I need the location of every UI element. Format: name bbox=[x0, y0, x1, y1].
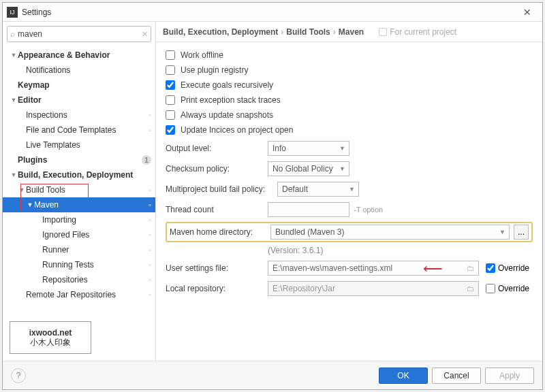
help-button[interactable]: ? bbox=[11, 368, 26, 383]
ok-button[interactable]: OK bbox=[379, 368, 428, 384]
tree-file-code-templates[interactable]: File and Code Templates▫ bbox=[3, 122, 155, 137]
tree-label: Keymap bbox=[18, 80, 50, 90]
label-print-exception: Print exception stack traces bbox=[181, 95, 281, 105]
logo-line2: 小木人印象 bbox=[29, 338, 72, 347]
select-output-level[interactable]: Info▼ bbox=[268, 141, 349, 156]
tree-importing[interactable]: Importing▫ bbox=[3, 212, 155, 227]
tree-running-tests[interactable]: Running Tests▫ bbox=[3, 257, 155, 272]
tree-remote-jar[interactable]: Remote Jar Repositories▫ bbox=[3, 287, 155, 302]
tree-notifications[interactable]: Notifications bbox=[3, 63, 155, 78]
override-local-repo: Override bbox=[486, 284, 529, 293]
checkbox-override-local-repo[interactable] bbox=[486, 284, 495, 293]
checkbox-use-plugin-registry[interactable] bbox=[166, 65, 175, 75]
label-update-indices: Update Incices on project open bbox=[181, 125, 293, 135]
tree-build-tools[interactable]: ▼Build Tools▫ bbox=[3, 182, 155, 197]
tree-label: Appearance & Behavior bbox=[18, 50, 110, 60]
row-checksum: Checksum policy: No Global Policy▼ bbox=[166, 159, 533, 178]
close-button[interactable]: ✕ bbox=[516, 7, 538, 18]
plugins-badge: 1 bbox=[142, 155, 151, 165]
browse-maven-home-button[interactable]: ... bbox=[514, 225, 529, 240]
apply-button[interactable]: Apply bbox=[485, 368, 534, 384]
project-marker-icon: ▫ bbox=[149, 261, 151, 269]
input-user-settings[interactable]: E:\maven-ws\maven-settings.xml🗀 bbox=[268, 261, 479, 276]
tree-label: Remote Jar Repositories bbox=[26, 290, 116, 299]
label-output-level: Output level: bbox=[166, 144, 268, 153]
project-marker-icon: ▫ bbox=[149, 186, 151, 194]
tree-inspections[interactable]: Inspections▫ bbox=[3, 108, 155, 122]
tree-runner[interactable]: Runner▫ bbox=[3, 242, 155, 257]
tree-label: Maven bbox=[34, 200, 59, 210]
logo-image: ixwood.net 小木人印象 bbox=[10, 321, 91, 354]
search-box[interactable]: ⌕ ✕ bbox=[7, 26, 151, 42]
cancel-button[interactable]: Cancel bbox=[432, 368, 481, 384]
tree-ignored-files[interactable]: Ignored Files▫ bbox=[3, 227, 155, 242]
crumb-build-tools[interactable]: Build Tools bbox=[286, 27, 330, 37]
checkbox-execute-goals[interactable] bbox=[166, 80, 175, 90]
select-value: No Global Policy bbox=[272, 164, 333, 174]
select-value: Bundled (Maven 3) bbox=[275, 227, 344, 237]
label-thread-count: Thread count bbox=[166, 205, 268, 214]
tree-live-templates[interactable]: Live Templates bbox=[3, 137, 155, 152]
checkbox-work-offline[interactable] bbox=[166, 50, 175, 60]
tree-label: Importing bbox=[42, 215, 76, 225]
label-use-plugin-registry: Use plugin registry bbox=[181, 65, 248, 75]
select-multiproject[interactable]: Default▼ bbox=[277, 182, 359, 197]
row-output-level: Output level: Info▼ bbox=[166, 139, 533, 158]
search-clear-icon[interactable]: ✕ bbox=[142, 30, 148, 39]
folder-icon[interactable]: 🗀 bbox=[467, 264, 474, 272]
tree-label: Live Templates bbox=[26, 140, 80, 150]
project-marker-icon: ▫ bbox=[149, 291, 151, 299]
opt-execute-goals: Execute goals recursively bbox=[166, 78, 533, 93]
chevron-down-icon: ▼ bbox=[339, 145, 345, 152]
select-checksum[interactable]: No Global Policy▼ bbox=[268, 161, 349, 176]
select-maven-home[interactable]: Bundled (Maven 3)▼ bbox=[270, 225, 510, 240]
checkbox-always-update[interactable] bbox=[166, 110, 175, 120]
label-local-repo: Local repository: bbox=[166, 284, 268, 293]
tree-label: Editor bbox=[18, 95, 42, 105]
label-multiproject: Multiproject build fail policy: bbox=[166, 184, 277, 194]
search-input[interactable] bbox=[18, 29, 142, 39]
chevron-down-icon: ▼ bbox=[499, 229, 505, 235]
settings-tree: ▼Appearance & Behavior Notifications Key… bbox=[3, 46, 155, 316]
tree-editor[interactable]: ▼Editor bbox=[3, 93, 155, 108]
row-version: (Version: 3.6.1) bbox=[166, 244, 533, 257]
hint-thread: -T option bbox=[354, 206, 383, 214]
tree-appearance[interactable]: ▼Appearance & Behavior bbox=[3, 48, 155, 63]
checkbox-update-indices[interactable] bbox=[166, 125, 175, 135]
project-scope-icon bbox=[379, 28, 387, 36]
tree-keymap[interactable]: Keymap bbox=[3, 78, 155, 93]
maven-home-frame: Maven home directory: Bundled (Maven 3)▼… bbox=[166, 222, 533, 242]
title-bar: IJ Settings ✕ bbox=[3, 3, 542, 22]
tree-maven[interactable]: ▼Maven▫ bbox=[3, 197, 155, 212]
search-icon: ⌕ bbox=[10, 29, 15, 39]
current-project-note: For current project bbox=[379, 27, 456, 37]
select-value: Default bbox=[282, 184, 308, 194]
breadcrumb: Build, Execution, Deployment › Build Too… bbox=[156, 22, 542, 42]
input-value: E:\maven-ws\maven-settings.xml bbox=[272, 263, 392, 273]
checkbox-print-exception[interactable] bbox=[166, 95, 175, 105]
input-local-repo[interactable]: E:\Repository\Jar🗀 bbox=[268, 281, 479, 296]
tree-bed[interactable]: ▼Build, Execution, Deployment bbox=[3, 167, 155, 182]
label-override: Override bbox=[498, 263, 529, 273]
tree-label: Ignored Files bbox=[42, 230, 89, 240]
checkbox-override-user-settings[interactable] bbox=[486, 263, 495, 273]
tree-plugins[interactable]: Plugins1 bbox=[3, 152, 155, 167]
app-icon: IJ bbox=[7, 7, 18, 18]
crumb-bed[interactable]: Build, Execution, Deployment bbox=[163, 27, 278, 37]
opt-update-indices: Update Incices on project open bbox=[166, 122, 533, 137]
tree-repositories[interactable]: Repositories▫ bbox=[3, 272, 155, 287]
label-execute-goals: Execute goals recursively bbox=[181, 80, 273, 90]
label-maven-home: Maven home directory: bbox=[170, 227, 266, 237]
label-work-offline: Work offline bbox=[181, 50, 223, 60]
tree-label: Build, Execution, Deployment bbox=[18, 170, 133, 180]
content-area: Work offline Use plugin registry Execute… bbox=[156, 42, 542, 361]
tree-label: Inspections bbox=[26, 110, 67, 120]
tree-label: Plugins bbox=[18, 155, 47, 165]
project-marker-icon: ▫ bbox=[149, 231, 151, 239]
tree-label: File and Code Templates bbox=[26, 125, 116, 135]
chevron-down-icon: ▼ bbox=[339, 165, 345, 172]
folder-icon[interactable]: 🗀 bbox=[467, 284, 474, 293]
chevron-right-icon: › bbox=[333, 27, 336, 37]
crumb-maven[interactable]: Maven bbox=[339, 27, 364, 37]
input-thread-count[interactable] bbox=[268, 202, 349, 217]
